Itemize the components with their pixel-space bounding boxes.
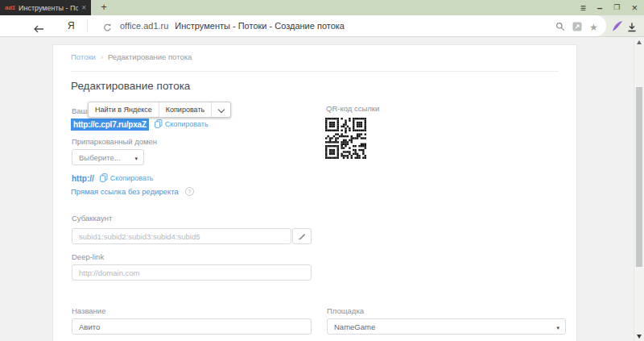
edit-subaccount-button[interactable] [292,228,312,244]
browser-tab[interactable]: ad1 Инструменты - Потоки - × [0,0,91,15]
bookmark-star-icon[interactable]: ★ [589,23,598,32]
window-controls: ≡ – ❐ × [580,0,638,15]
browser-toolbar: Я office.ad1.ruИнструменты - Потоки - Со… [0,15,644,37]
omnibox-divider [87,19,88,32]
search-icon[interactable] [555,20,565,35]
copy-url-link[interactable]: Скопировать [165,120,208,128]
qr-code [325,118,366,159]
minimize-icon[interactable]: – [597,3,603,13]
subaccount-input[interactable] [72,228,291,244]
name-input[interactable] [72,318,312,335]
parked-url-row: http:// Скопировать [72,171,154,185]
window-close-icon[interactable]: × [631,2,638,13]
breadcrumb-separator-icon: › [101,53,103,61]
maximize-icon[interactable]: ❐ [613,4,620,11]
copy-icon[interactable] [155,117,163,131]
parked-domain-select[interactable]: Выберите... ▾ [72,149,144,165]
page-area: Потоки › Редактирование потока Редактиро… [0,38,644,341]
breadcrumb-link-streams[interactable]: Потоки [71,52,96,61]
address-domain: office.ad1.ru [120,21,168,31]
new-tab-button[interactable]: + [97,0,110,15]
omnibox-actions: ★ [555,20,598,35]
qr-label: QR-код ссылки [326,104,379,113]
direct-link[interactable]: Прямая ссылка без редиректа [71,187,179,196]
scrollbar-up-icon[interactable] [637,40,642,44]
find-in-yandex-button[interactable]: Найти в Яндексе [89,102,159,117]
yandex-button[interactable]: Я [68,20,75,31]
header-divider [71,71,559,72]
popup-more-button[interactable] [211,102,230,117]
address-page-title: Инструменты - Потоки - Создание потока [175,21,345,31]
parked-domain-label: Припаркованный домен [72,137,157,146]
deeplink-label: Deep-link [72,252,104,261]
parked-url-prefix: http:// [72,174,94,183]
back-icon[interactable] [33,22,44,36]
scrollbar-thumb[interactable] [636,87,642,267]
platform-select[interactable]: NameGame ▾ [327,318,566,335]
subaccount-label: Субаккаунт [72,214,112,222]
reload-icon[interactable] [103,21,112,35]
stream-url-row: http://c.cpl7.ru/pxaZ Скопировать [71,117,208,131]
breadcrumb-current: Редактирование потока [108,52,192,61]
breadcrumb: Потоки › Редактирование потока [71,52,192,61]
browser-window: ad1 Инструменты - Потоки - × + ≡ – ❐ × Я… [0,0,644,341]
name-label: Название [72,306,105,315]
caret-down-icon: ▾ [556,325,559,331]
platform-select-value: NameGame [334,322,375,331]
direct-link-row: Прямая ссылка без редиректа ? [71,187,194,196]
site-favicon: ad1 [5,4,15,11]
copy-button[interactable]: Копировать [159,102,211,117]
pencil-icon [298,232,306,240]
copy-parked-url-link[interactable]: Скопировать [110,174,154,182]
deeplink-input[interactable] [72,264,312,281]
tab-close-icon[interactable]: × [81,4,86,12]
protect-pen-icon[interactable] [611,19,624,35]
platform-label: Площадка [327,306,364,315]
scrollbar-down-icon[interactable] [637,335,642,339]
selection-popup: Найти в Яндексе Копировать [88,102,231,118]
help-icon[interactable]: ? [185,187,194,196]
tableau-icon[interactable] [572,20,582,35]
tab-strip: ad1 Инструменты - Потоки - × + ≡ – ❐ × [0,0,644,15]
downloads-icon[interactable] [627,21,637,35]
stream-url-selected[interactable]: http://c.cpl7.ru/pxaZ [71,119,149,131]
menu-icon[interactable]: ≡ [580,3,586,13]
tab-title: Инструменты - Потоки - [19,4,78,12]
address-text[interactable]: office.ad1.ruИнструменты - Потоки - Созд… [120,21,345,31]
page-scrollbar[interactable] [634,38,644,341]
page-title: Редактирование потока [71,80,190,92]
caret-down-icon: ▾ [134,156,138,161]
copy-icon[interactable] [100,171,108,185]
chevron-down-icon [218,107,224,113]
content-card: Потоки › Редактирование потока Редактиро… [52,44,577,341]
parked-domain-select-value: Выберите... [79,153,121,162]
